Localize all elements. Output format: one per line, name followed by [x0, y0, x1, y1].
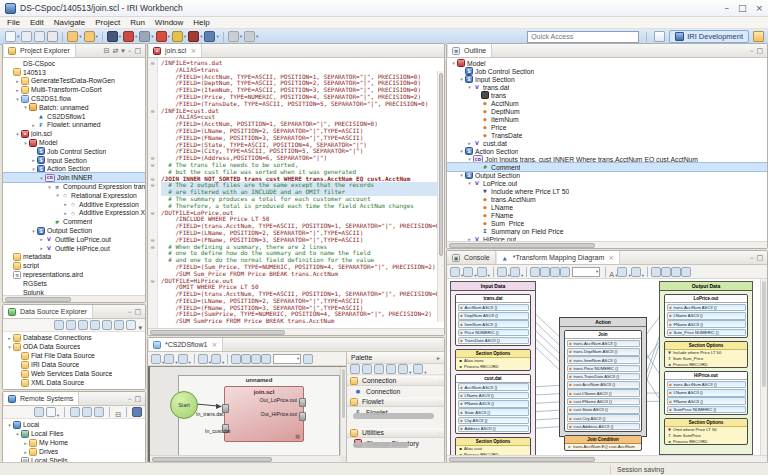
trans-section-options[interactable]: Section Options ▪Alias trans▪Process REC…	[455, 349, 531, 371]
pointer-icon[interactable]: ▾	[510, 263, 523, 281]
mapping-field[interactable]: ◆Address ASCII ()	[458, 425, 529, 433]
tree-item-comment[interactable]: #Comment	[3, 217, 145, 226]
layout-icon[interactable]: ▾	[450, 263, 463, 281]
mapping-field[interactable]: ◆trans.AcctNum ASCII ()	[667, 381, 746, 389]
expand-arrow-icon[interactable]: ▸	[30, 157, 37, 163]
hiprice-out-box[interactable]: HiPrice.out ◆trans.AcctNum ASCII ()◆LNam…	[664, 371, 748, 415]
option-row[interactable]: ▪Process RECORD	[665, 439, 747, 445]
mapping-field[interactable]: ◆cust.FName ASCII ()	[567, 398, 640, 406]
expand-arrow-icon[interactable]: ▾	[30, 228, 37, 234]
new-project-icon[interactable]: ▾	[67, 31, 81, 42]
print-icon[interactable]	[47, 31, 58, 42]
undo-icon[interactable]	[530, 263, 540, 281]
mapping-field[interactable]: ◆cust.State ASCII ()	[567, 406, 640, 414]
mapping-field[interactable]: ◆Price NUMERIC ()	[458, 329, 529, 337]
tree-item-trans[interactable]: trans	[447, 91, 767, 99]
editor-horizontal-scrollbar[interactable]	[148, 328, 444, 335]
tree-item-output-section[interactable]: ▾SOutput Section	[3, 226, 145, 235]
tree-item-trans-dat[interactable]: ▾Vtrans.dat	[447, 83, 767, 91]
tree-item-relational-expression[interactable]: ▾◇Relational Expression	[3, 191, 145, 200]
tree-item-additive-expression[interactable]: ▸◇Additive Expression	[3, 200, 145, 209]
expand-arrow-icon[interactable]: ▾	[466, 156, 473, 162]
code-text[interactable]: /INFILE=trans.dat /ALIAS=trans /FIELD=(A…	[158, 58, 444, 328]
expand-arrow-icon[interactable]: ▸	[6, 335, 13, 341]
expand-arrow-icon[interactable]: ▾	[14, 431, 21, 437]
link-editor-icon[interactable]: ⇄	[112, 47, 118, 55]
mapping-field[interactable]: ◆trans.AcctNum ASCII ()	[667, 304, 746, 312]
scrollbar-thumb[interactable]	[5, 297, 71, 302]
palette-scroll-thumb[interactable]	[353, 442, 409, 448]
tree-item-iri-data-source[interactable]: IRI Data Source	[3, 360, 145, 369]
action-box[interactable]: Action Join ◆trans.AcctNum ASCII ()◆tran…	[559, 317, 647, 437]
tree-item-itemnum[interactable]: ◆ItemNum	[447, 115, 767, 123]
back-icon[interactable]: ▾	[228, 31, 242, 42]
tree-item-include-where-price-lt-50[interactable]: ▼Include where Price LT 50	[447, 187, 767, 195]
zoom-out-icon[interactable]	[386, 364, 396, 375]
code-area[interactable]: ⊖⊖⊖⊖⊖⊖⊖⊖⊖⊖ /INFILE=trans.dat /ALIAS=tran…	[148, 58, 444, 328]
tree-item-cust-dat[interactable]: ▸Vcust.dat	[447, 139, 767, 147]
tree-item-web-services-data-source[interactable]: Web Services Data Source	[3, 369, 145, 378]
tree-item-rgsets[interactable]: RGSets	[3, 279, 145, 288]
mapping-field[interactable]: ◆cust.LName ASCII ()	[567, 389, 640, 397]
minimize-icon[interactable]: –	[750, 47, 754, 55]
maximize-icon[interactable]: □	[756, 47, 763, 55]
mapping-field[interactable]: ◆FName ASCII ()	[667, 320, 746, 328]
close-tab-icon[interactable]: ×	[608, 254, 614, 262]
tree-item-output-section[interactable]: ▾SOutput Section	[447, 171, 767, 179]
marquee-icon[interactable]	[362, 364, 372, 375]
tree-item-action-section[interactable]: ▾SAction Section	[447, 147, 767, 155]
hiprice-section-options[interactable]: Section Options ▼Omit where Price LT 50Σ…	[664, 418, 748, 445]
scrollbar-thumb[interactable]	[439, 73, 443, 256]
minimize-icon[interactable]: –	[128, 308, 132, 316]
menu-run[interactable]: Run	[130, 18, 145, 27]
tree-item-model[interactable]: ▾Model	[447, 59, 767, 67]
expand-arrow-icon[interactable]: ▾	[466, 180, 473, 186]
outline-horizontal-scrollbar[interactable]	[447, 241, 767, 248]
output-port[interactable]	[299, 412, 306, 421]
join-scl-block[interactable]: join.scl In_trans.dat In_cust.dat Out_Lo…	[224, 386, 304, 442]
pin-icon[interactable]: ◦	[438, 378, 441, 384]
mapping-field[interactable]: ◆DeptNum ASCII ()	[458, 312, 529, 320]
font-icon[interactable]: A▾	[609, 263, 617, 281]
debug-icon[interactable]: ▾	[123, 31, 137, 42]
scrollbar-thumb[interactable]	[762, 281, 766, 387]
mapping-field[interactable]: ◆AcctNum ASCII ()	[458, 383, 529, 391]
tree-item-splunk[interactable]: Splunk	[3, 288, 145, 295]
mapping-field[interactable]: ◆cust.AcctNum ASCII ()	[567, 381, 640, 389]
tree-item-compound-expression-trans-acc[interactable]: ▾≡Compound Expression trans.Acc	[3, 182, 145, 191]
tree-item-model[interactable]: ▾Model	[3, 138, 145, 147]
mapping-field[interactable]: ◆ItemNum ASCII ()	[458, 320, 529, 328]
mapping-canvas[interactable]: Input Data trans.dat ◆AcctNum ASCII ()◆D…	[447, 279, 767, 455]
menu-window[interactable]: Window	[155, 18, 183, 27]
fold-marker-icon[interactable]: ⊖	[148, 244, 157, 251]
flow-canvas[interactable]: unnamed Start join.scl In_trans.dat	[148, 366, 346, 462]
fold-marker-icon[interactable]: ⊖	[148, 60, 157, 67]
tree-item-comment[interactable]: #Comment	[447, 163, 767, 171]
note-icon[interactable]: ▾	[413, 364, 426, 375]
tree-item-job-control-section[interactable]: SJob Control Section	[3, 147, 145, 156]
tree-item-local[interactable]: ▾Local	[3, 420, 145, 429]
expand-arrow-icon[interactable]: ▸	[62, 201, 69, 207]
tree-item-input-section[interactable]: ▸SInput Section	[3, 156, 145, 165]
fold-marker-icon[interactable]: ⊖	[148, 278, 157, 285]
mapping-field[interactable]: ◆FName ASCII ()	[667, 397, 746, 405]
close-tab-icon[interactable]: ×	[211, 341, 217, 349]
palette-group-connection[interactable]: Connection◦	[347, 375, 444, 386]
menu-edit[interactable]: Edit	[30, 18, 44, 27]
pin-icon[interactable]: ◦	[438, 430, 441, 436]
tree-item-drives[interactable]: ▸Drives	[3, 447, 145, 456]
fill-icon[interactable]: ▾	[617, 263, 630, 281]
tab-cs2dsflow1[interactable]: *CS2DSflow1 ×	[148, 338, 223, 351]
output-port[interactable]	[299, 398, 306, 407]
expand-arrow-icon[interactable]: ▾	[458, 148, 465, 154]
expand-arrow-icon[interactable]: ▾	[54, 192, 61, 198]
tree-item-join-scl[interactable]: ▾•join.scl	[3, 129, 145, 138]
mapping-field[interactable]: ◆City ASCII ()	[458, 417, 529, 425]
tree-item-script[interactable]: script	[3, 261, 145, 270]
close-window-button[interactable]: ×	[755, 3, 763, 13]
tab-project-explorer[interactable]: Project Explorer	[3, 44, 76, 57]
tab-outline[interactable]: ≡ Outline	[447, 44, 492, 57]
coverage-icon[interactable]: ▾	[188, 31, 202, 42]
mapping-field[interactable]: ◆State ASCII ()	[458, 408, 529, 416]
mapping-field[interactable]: ◆AcctNum ASCII ()	[458, 304, 529, 312]
